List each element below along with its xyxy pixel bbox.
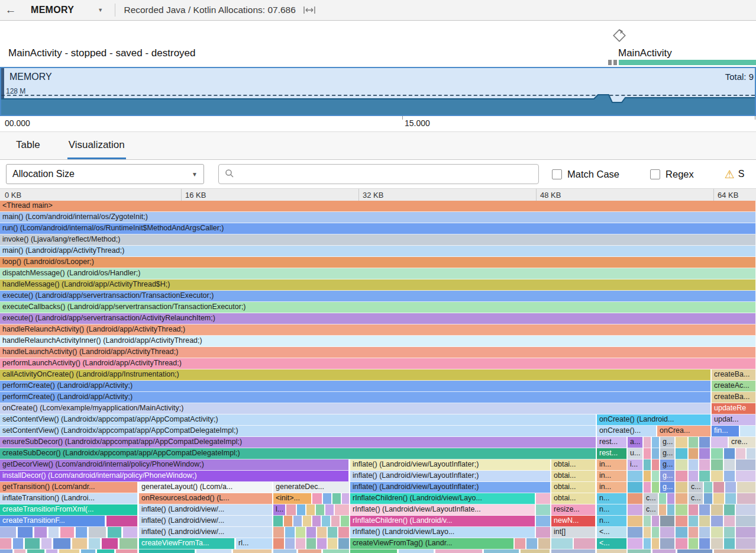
flame-segment[interactable]: [644, 437, 651, 448]
flame-segment[interactable]: [689, 448, 699, 459]
flame-segment[interactable]: [574, 538, 596, 549]
flame-segment[interactable]: [296, 538, 306, 549]
back-button[interactable]: ←: [0, 0, 21, 20]
flame-segment[interactable]: [18, 527, 33, 538]
flame-segment[interactable]: [116, 549, 138, 553]
flame-segment[interactable]: obtai...: [551, 493, 596, 504]
flame-segment[interactable]: [676, 527, 688, 538]
flame-segment[interactable]: [711, 459, 723, 471]
flame-segment[interactable]: [53, 538, 71, 549]
profiler-selector[interactable]: MEMORY ▼: [31, 5, 103, 15]
flame-segment[interactable]: [312, 493, 322, 504]
flame-segment[interactable]: [628, 493, 643, 504]
flame-segment[interactable]: [724, 471, 735, 482]
flame-segment[interactable]: updateRe: [712, 403, 756, 414]
zoom-to-fit-icon[interactable]: [303, 5, 316, 15]
flame-segment[interactable]: [119, 538, 138, 549]
flame-segment[interactable]: [536, 527, 551, 538]
flame-segment[interactable]: createViewFromTag() (Landr...: [350, 538, 514, 549]
flame-segment[interactable]: obtai...: [551, 459, 596, 471]
flame-segment[interactable]: in...: [597, 459, 627, 471]
regex-option[interactable]: Regex: [650, 169, 694, 180]
flame-segment[interactable]: [536, 516, 551, 527]
flame-segment[interactable]: [551, 538, 573, 549]
flame-segment[interactable]: [740, 426, 756, 437]
search-input[interactable]: [238, 169, 532, 180]
flame-segment[interactable]: [676, 538, 688, 549]
flame-segment[interactable]: [89, 538, 101, 549]
flame-segment[interactable]: [711, 471, 723, 482]
flame-segment[interactable]: handleRelaunchActivity() (Landroid/app/A…: [0, 324, 756, 336]
flame-segment[interactable]: [689, 437, 699, 448]
flame-segment[interactable]: [676, 448, 688, 459]
flame-segment[interactable]: [736, 459, 756, 471]
flame-segment[interactable]: [515, 538, 526, 549]
flame-segment[interactable]: [526, 538, 538, 549]
flame-segment[interactable]: [312, 516, 321, 527]
flame-segment[interactable]: <...: [597, 538, 627, 549]
flame-segment[interactable]: [713, 482, 725, 493]
flame-segment[interactable]: <...: [597, 527, 627, 538]
flame-segment[interactable]: [139, 549, 195, 553]
flame-segment[interactable]: [652, 482, 660, 493]
flame-segment[interactable]: [736, 538, 756, 549]
flame-segment[interactable]: main() (Lcom/android/internal/os/ZygoteI…: [0, 212, 756, 223]
flame-segment[interactable]: <Thread main>: [0, 201, 756, 212]
flame-segment[interactable]: [628, 471, 643, 482]
flame-segment[interactable]: g...: [660, 448, 675, 459]
flame-segment[interactable]: [652, 538, 660, 549]
flame-segment[interactable]: l...: [273, 504, 286, 516]
flame-segment[interactable]: [331, 516, 340, 527]
flame-segment[interactable]: [689, 459, 699, 471]
flame-segment[interactable]: [306, 504, 315, 516]
flame-segment[interactable]: performCreate() (Landroid/app/Activity;): [0, 381, 711, 392]
flame-segment[interactable]: [737, 493, 756, 504]
flame-segment[interactable]: [341, 516, 350, 527]
flame-segment[interactable]: resize...: [551, 504, 596, 516]
flame-segment[interactable]: [34, 527, 47, 538]
flame-segment[interactable]: [711, 527, 723, 538]
match-case-option[interactable]: Match Case: [552, 169, 619, 180]
flame-segment[interactable]: [303, 516, 312, 527]
flame-segment[interactable]: [659, 504, 667, 516]
flame-segment[interactable]: [628, 527, 643, 538]
flame-segment[interactable]: [711, 448, 723, 459]
flame-segment[interactable]: [644, 448, 651, 459]
flame-segment[interactable]: [13, 538, 24, 549]
flame-segment[interactable]: [325, 504, 334, 516]
flame-segment[interactable]: [724, 516, 735, 527]
flame-segment[interactable]: createSubDecor() (Landroidx/appcompat/ap…: [0, 448, 596, 459]
flame-segment[interactable]: [76, 527, 88, 538]
flame-segment[interactable]: in...: [597, 482, 627, 493]
flame-segment[interactable]: loop() (Landroid/os/Looper;): [0, 257, 756, 268]
flame-segment[interactable]: rInflateChildren() (Landroid/v...: [350, 516, 535, 527]
flame-segment[interactable]: [322, 516, 331, 527]
match-case-checkbox[interactable]: [552, 169, 562, 179]
flame-segment[interactable]: [72, 538, 88, 549]
flame-segment[interactable]: [676, 471, 688, 482]
flame-segment[interactable]: c...: [644, 504, 658, 516]
flame-segment[interactable]: [689, 471, 699, 482]
flame-segment[interactable]: inflate() (Landroid/view/...: [139, 504, 273, 516]
flame-segment[interactable]: [644, 516, 651, 527]
flame-segment[interactable]: [660, 527, 675, 538]
flame-segment[interactable]: [713, 493, 725, 504]
flame-segment[interactable]: cre...: [729, 437, 756, 448]
flame-segment[interactable]: [0, 527, 17, 538]
flame-segment[interactable]: [628, 482, 643, 493]
flame-segment[interactable]: [317, 527, 327, 538]
flame-segment[interactable]: [676, 516, 688, 527]
flame-segment[interactable]: [676, 459, 688, 471]
flame-segment[interactable]: performCreate() (Landroid/app/Activity;): [0, 392, 711, 403]
flame-segment[interactable]: inflate() (Landroid/view/LayoutInflater;…: [350, 471, 551, 482]
flame-segment[interactable]: [689, 527, 699, 538]
flame-segment[interactable]: [747, 448, 756, 459]
flame-segment[interactable]: setContentView() (Landroidx/appcompat/ap…: [0, 414, 596, 426]
flame-segment[interactable]: main() (Landroid/app/ActivityThread;): [0, 246, 756, 257]
flame-segment[interactable]: [102, 538, 118, 549]
flame-segment[interactable]: [725, 482, 736, 493]
flame-segment[interactable]: [704, 482, 713, 493]
flame-segment[interactable]: createViewFromTa...: [139, 538, 235, 549]
flame-segment[interactable]: n...: [597, 516, 627, 527]
flame-segment[interactable]: [273, 538, 285, 549]
